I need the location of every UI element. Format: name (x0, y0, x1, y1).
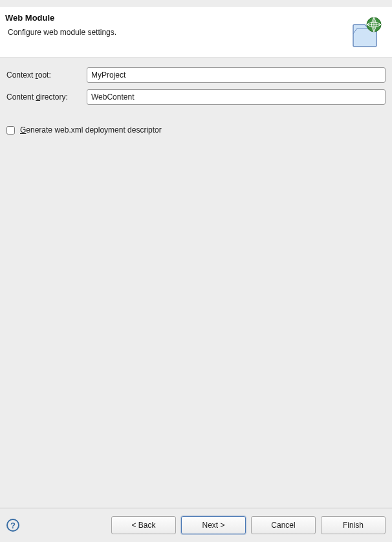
next-button[interactable]: Next > (181, 516, 246, 534)
cancel-button[interactable]: Cancel (251, 516, 316, 534)
context-root-input[interactable] (87, 67, 386, 83)
buttons-group: < Back Next > Cancel Finish (111, 516, 386, 534)
content-directory-input[interactable] (87, 89, 386, 105)
web-module-icon (349, 16, 383, 49)
label-part: Content (6, 92, 36, 102)
window-top-bar (0, 0, 392, 6)
generate-webxml-label: Generate web.xml deployment descriptor (20, 125, 162, 135)
wizard-header-text: Web Module Configure web module settings… (5, 13, 116, 37)
generate-webxml-checkbox[interactable] (6, 126, 15, 135)
label-part: enerate web.xml deployment descriptor (26, 125, 161, 135)
page-title: Web Module (5, 13, 116, 23)
wizard-content: Context root: Content directory: Generat… (0, 58, 392, 508)
generate-webxml-row[interactable]: Generate web.xml deployment descriptor (6, 125, 386, 135)
help-icon[interactable]: ? (6, 519, 19, 532)
form-grid: Context root: Content directory: (6, 67, 386, 105)
back-button[interactable]: < Back (111, 516, 176, 534)
label-part: irectory: (40, 92, 68, 102)
help-area: ? (6, 519, 19, 532)
label-mnemonic: G (20, 125, 26, 135)
finish-button[interactable]: Finish (321, 516, 386, 534)
label-part: Context (6, 70, 36, 80)
wizard-header: Web Module Configure web module settings… (0, 6, 392, 58)
content-directory-label: Content directory: (6, 92, 87, 102)
label-part: oot: (38, 70, 51, 80)
context-root-label: Context root: (6, 70, 87, 80)
wizard-button-bar: ? < Back Next > Cancel Finish (0, 508, 392, 542)
page-description: Configure web module settings. (5, 28, 116, 37)
